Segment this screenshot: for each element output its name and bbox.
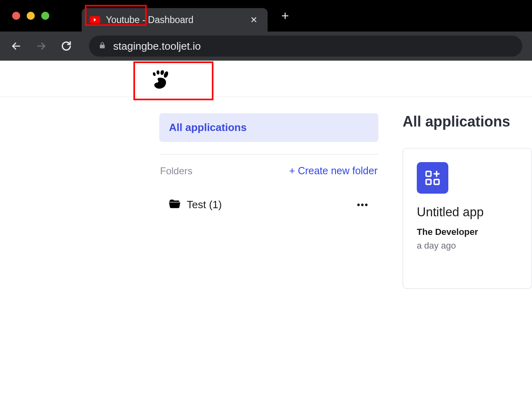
svg-point-3 xyxy=(156,70,160,75)
main-area: All applications Untitled app The Develo… xyxy=(403,113,532,289)
svg-point-4 xyxy=(160,70,165,75)
gnome-foot-icon xyxy=(149,70,170,91)
tab-title: Youtube - Dashboard xyxy=(106,15,243,25)
app-card[interactable]: Untitled app The Developer a day ago xyxy=(403,148,532,289)
folder-name: Test (1) xyxy=(187,198,350,211)
reload-button[interactable] xyxy=(60,40,73,53)
url-text: stagingbe.tooljet.io xyxy=(113,40,201,53)
content-area: All applications Folders + Create new fo… xyxy=(0,97,532,289)
svg-rect-7 xyxy=(426,179,431,184)
back-button[interactable] xyxy=(10,40,23,53)
youtube-icon xyxy=(90,16,100,23)
window-controls xyxy=(12,12,49,20)
browser-tab[interactable]: Youtube - Dashboard × xyxy=(82,8,268,32)
app-grid-icon xyxy=(417,162,448,194)
svg-point-2 xyxy=(152,72,156,76)
folders-label: Folders xyxy=(160,165,192,177)
folder-item[interactable]: Test (1) ••• xyxy=(159,188,378,222)
svg-rect-6 xyxy=(426,171,431,176)
page-title: All applications xyxy=(403,113,532,130)
divider xyxy=(159,154,378,154)
tab-close-button[interactable]: × xyxy=(248,13,260,26)
page-header xyxy=(0,61,532,97)
tab-bar: Youtube - Dashboard × + xyxy=(0,0,532,32)
app-time: a day ago xyxy=(417,241,518,251)
sidebar: All applications Folders + Create new fo… xyxy=(159,113,378,289)
browser-chrome: Youtube - Dashboard × + stagingbe.toolje… xyxy=(0,0,532,61)
window-close-button[interactable] xyxy=(12,12,20,20)
new-tab-button[interactable]: + xyxy=(281,8,289,23)
lock-icon xyxy=(99,41,106,51)
sidebar-item-all-applications[interactable]: All applications xyxy=(159,113,378,142)
svg-rect-8 xyxy=(434,179,439,184)
sidebar-item-label: All applications xyxy=(169,121,247,133)
address-bar[interactable]: stagingbe.tooljet.io xyxy=(89,36,522,57)
app-title: Untitled app xyxy=(417,205,518,220)
nav-bar: stagingbe.tooljet.io xyxy=(0,32,532,61)
folders-header: Folders + Create new folder xyxy=(159,165,378,177)
window-maximize-button[interactable] xyxy=(41,12,49,20)
logo-highlight-annotation xyxy=(133,61,213,100)
create-folder-button[interactable]: + Create new folder xyxy=(289,165,378,177)
folder-more-button[interactable]: ••• xyxy=(357,200,369,210)
page-content: All applications Folders + Create new fo… xyxy=(0,61,532,289)
app-author: The Developer xyxy=(417,227,518,237)
forward-button[interactable] xyxy=(35,40,48,53)
folder-icon xyxy=(169,198,180,211)
window-minimize-button[interactable] xyxy=(27,12,35,20)
